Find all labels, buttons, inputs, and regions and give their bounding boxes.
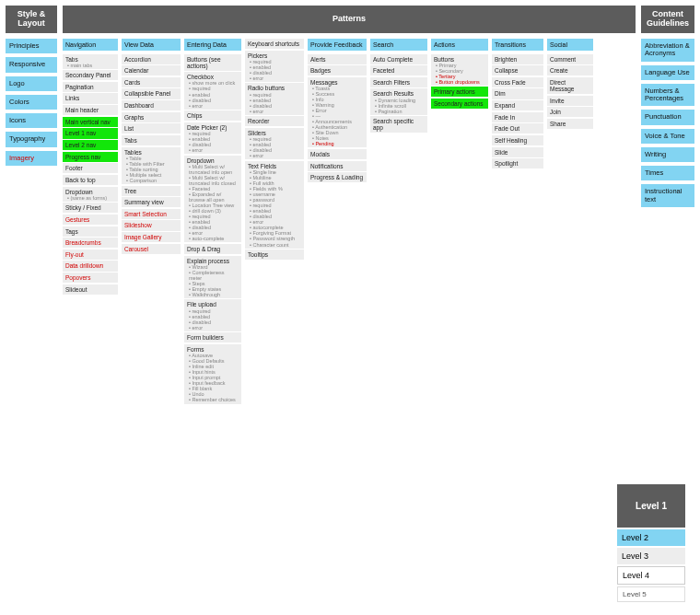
content-pill[interactable]: Times — [641, 166, 694, 180]
list-item[interactable]: Self Healing — [492, 135, 543, 145]
list-sub-item[interactable]: • Multi Select w/ truncated info open — [187, 164, 239, 175]
list-sub-item[interactable]: • error — [248, 153, 301, 158]
list-sub-item[interactable]: • (same as forms) — [65, 195, 115, 201]
list-item[interactable]: Image Gallery — [122, 232, 181, 242]
list-item[interactable]: Dropdown• (same as forms) — [63, 187, 118, 202]
list-item[interactable]: Chips — [184, 110, 241, 121]
list-item[interactable]: Level 1 nav — [63, 128, 118, 138]
list-sub-item[interactable]: • Remember choices — [187, 397, 239, 402]
list-sub-item[interactable]: • Password strength — [248, 236, 301, 241]
list-sub-item[interactable]: • Character count — [248, 242, 301, 248]
list-sub-item[interactable]: • error — [187, 103, 239, 109]
list-item[interactable]: Sticky / Fixed — [63, 203, 118, 213]
list-item[interactable]: Fade In — [492, 112, 543, 122]
list-item[interactable]: Dropdown• Multi Select w/ truncated info… — [184, 156, 241, 243]
list-item[interactable]: Collapsible Panel — [122, 88, 181, 99]
list-item[interactable]: Tooltips — [245, 249, 304, 260]
content-pill[interactable]: Abbreviation & Acronyms — [641, 39, 694, 62]
list-item[interactable]: Footer — [63, 163, 118, 173]
list-item[interactable]: Invite — [547, 96, 593, 106]
list-sub-item[interactable]: • Completeness meter — [187, 270, 239, 281]
list-item[interactable]: Slide — [492, 147, 543, 157]
list-item[interactable]: Pagination — [63, 82, 118, 92]
content-pill[interactable]: Numbers & Percentages — [641, 84, 694, 107]
list-item[interactable]: Main vertical nav — [63, 117, 118, 127]
list-item[interactable]: Create — [547, 65, 593, 75]
list-item[interactable]: Search Filters — [370, 77, 427, 87]
list-sub-item[interactable]: • main tabs — [65, 63, 115, 68]
list-item[interactable]: Checkbox• show more on click• required• … — [184, 72, 241, 109]
tab-content-guidelines[interactable]: Content Guidelines — [641, 6, 694, 33]
style-pill[interactable]: Logo — [6, 76, 57, 91]
list-item[interactable]: Buttons• Primary• Secondary• Tertiary• B… — [431, 54, 488, 86]
list-item[interactable]: Back to top — [63, 175, 118, 185]
list-sub-item[interactable]: • error — [248, 109, 301, 114]
list-sub-item[interactable]: • Expanded w/ browse all open — [187, 191, 239, 203]
list-item[interactable]: Brighten — [492, 54, 543, 64]
list-item[interactable]: Text Fields• Single line• Multiline• Ful… — [245, 161, 304, 249]
list-item[interactable]: Date Picker (2)• required• enabled• disa… — [184, 122, 241, 154]
list-item[interactable]: Slideout — [63, 284, 118, 295]
list-sub-item[interactable]: • error — [187, 325, 239, 331]
list-item[interactable]: Accordion — [122, 54, 181, 64]
list-item[interactable]: Breadcrumbs — [63, 238, 118, 248]
content-pill[interactable]: Language Use — [641, 65, 694, 80]
list-item[interactable]: Share — [547, 119, 593, 129]
list-item[interactable]: Faceted — [370, 65, 427, 75]
list-sub-item[interactable]: • Pagination — [373, 109, 425, 114]
list-item[interactable]: Alerts — [308, 54, 367, 64]
tab-patterns[interactable]: Patterns — [63, 6, 636, 33]
style-pill[interactable]: Colors — [6, 95, 57, 110]
list-item[interactable]: Expand — [492, 100, 543, 110]
list-item[interactable]: Search Results• Dynamic loading• Infinit… — [370, 88, 427, 114]
list-sub-item[interactable]: • Pending — [310, 141, 364, 146]
list-item[interactable]: Forms• Autosave• Good Defaults• Inline e… — [184, 344, 241, 404]
list-item[interactable]: Slideshow — [122, 220, 181, 230]
list-item[interactable]: Auto Complete — [370, 54, 427, 64]
list-item[interactable]: Join — [547, 107, 593, 117]
list-item[interactable]: Pickers• required• enabled• disabled• er… — [245, 51, 304, 82]
style-pill[interactable]: Principles — [6, 39, 57, 53]
list-sub-item[interactable]: • Multi Select w/ truncated info closed — [187, 175, 239, 186]
list-item[interactable]: File upload• required• enabled• disabled… — [184, 299, 241, 331]
list-item[interactable]: Drop & Drag — [184, 244, 241, 254]
list-item[interactable]: Secondary Panel — [63, 70, 118, 80]
list-item[interactable]: Explain process• Wizard• Completeness me… — [184, 256, 241, 298]
list-item[interactable]: Fly-out — [63, 249, 118, 260]
list-item[interactable]: Graphs — [122, 112, 181, 122]
list-sub-item[interactable]: • error — [187, 147, 239, 153]
list-item[interactable]: Cross Fade — [492, 77, 543, 87]
list-item[interactable]: Keyboard shortcuts — [245, 39, 304, 49]
list-item[interactable]: Badges — [308, 65, 367, 75]
list-sub-item[interactable]: • error — [248, 75, 301, 81]
list-item[interactable]: Secondary actions — [431, 99, 488, 109]
list-item[interactable]: Gestures — [63, 215, 118, 225]
content-pill[interactable]: Instructional text — [641, 184, 694, 207]
content-pill[interactable]: Voice & Tone — [641, 129, 694, 144]
list-item[interactable]: Tree — [122, 186, 181, 196]
list-item[interactable]: Tags — [63, 226, 118, 237]
list-item[interactable]: Reorder — [245, 116, 304, 126]
list-item[interactable]: Tabs• main tabs — [63, 54, 118, 69]
list-item[interactable]: Modals — [308, 149, 367, 159]
list-sub-item[interactable]: • auto-complete — [187, 236, 239, 241]
list-item[interactable]: Notifications — [308, 161, 367, 171]
style-pill[interactable]: Icons — [6, 113, 57, 128]
list-item[interactable]: Radio buttons• required• enabled• disabl… — [245, 83, 304, 114]
list-item[interactable]: Smart Selection — [122, 209, 181, 219]
tab-style-layout[interactable]: Style & Layout — [6, 6, 57, 33]
list-item[interactable]: List — [122, 123, 181, 133]
list-item[interactable]: Dim — [492, 88, 543, 99]
list-item[interactable]: Progress & Loading — [308, 172, 367, 182]
list-item[interactable]: Data drilldown — [63, 261, 118, 271]
list-item[interactable]: Calendar — [122, 65, 181, 75]
content-pill[interactable]: Punctuation — [641, 110, 694, 124]
list-item[interactable]: Spotlight — [492, 158, 543, 168]
style-pill[interactable]: Imagery — [6, 151, 57, 166]
list-item[interactable]: Search specific app — [370, 116, 427, 133]
list-item[interactable]: Tables• Table• Table with Filter• Table … — [122, 147, 181, 184]
list-item[interactable]: Popovers — [63, 273, 118, 283]
list-item[interactable]: Messages• Toasts• Success• Info• Warning… — [308, 77, 367, 148]
list-sub-item[interactable]: • Walkthrough — [187, 292, 239, 297]
list-item[interactable]: Links — [63, 93, 118, 103]
